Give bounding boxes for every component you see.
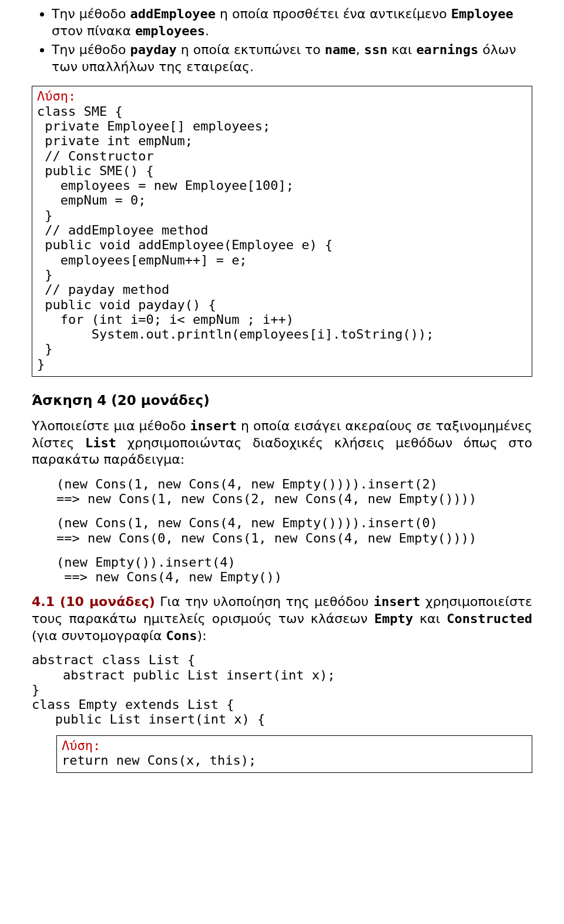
code-token: Cons — [166, 628, 197, 643]
text: Για την υλοποίηση της μεθόδου — [155, 594, 374, 609]
bullet-list: Την μέθοδο addEmployee η οποία προσθέτει… — [32, 6, 532, 75]
code-token: payday — [130, 42, 176, 57]
exercise-4-paragraph-2: 4.1 (10 μονάδες) Για την υλοποίηση της μ… — [32, 594, 532, 644]
solution-label: Λύση: — [37, 89, 76, 103]
text: και — [413, 611, 446, 626]
bullet-item-2: Την μέθοδο payday η οποία εκτυπώνει το n… — [52, 42, 532, 75]
code-token: earnings — [416, 42, 478, 57]
code-token: insert — [190, 419, 236, 433]
text: Την μέθοδο — [52, 6, 130, 21]
code-token: Empty — [374, 611, 413, 626]
text: Την μέθοδο — [52, 42, 130, 57]
code-token: name — [325, 42, 356, 57]
text: . — [205, 24, 209, 38]
exercise-4-heading: Άσκηση 4 (20 μονάδες) — [32, 392, 532, 410]
code-token: Constructed — [446, 611, 532, 626]
code-block: class SME { private Employee[] employees… — [37, 104, 434, 371]
solution-label: Λύση: — [62, 738, 100, 753]
subsection-number: 4.1 (10 μονάδες) — [32, 594, 155, 609]
code-token: employees — [135, 24, 205, 38]
example-block-1: (new Cons(1, new Cons(4, new Empty()))).… — [56, 477, 532, 507]
code-token: ssn — [364, 42, 388, 57]
bullet-item-1: Την μέθοδο addEmployee η οποία προσθέτει… — [52, 6, 532, 39]
text: η οποία προσθέτει ένα αντικείμενο — [216, 6, 451, 21]
text: ): — [197, 628, 207, 643]
text: (για συντομογραφία — [32, 628, 166, 643]
exercise-4-paragraph-1: Υλοποιείστε μια μέθοδο insert η οποία ει… — [32, 418, 532, 468]
example-block-3: (new Empty()).insert(4) ==> new Cons(4, … — [56, 555, 532, 585]
code-token: addEmployee — [130, 6, 216, 21]
code-token: insert — [374, 594, 420, 609]
code-line: return new Cons(x, this); — [62, 753, 256, 768]
example-block-2: (new Cons(1, new Cons(4, new Empty()))).… — [56, 515, 532, 545]
text: , — [356, 42, 364, 57]
text: και — [387, 42, 416, 57]
text: στον πίνακα — [52, 24, 135, 38]
code-block-2: abstract class List { abstract public Li… — [32, 652, 532, 727]
text: Υλοποιείστε μια μέθοδο — [32, 419, 190, 433]
text: η οποία εκτυπώνει το — [177, 42, 325, 57]
code-token: List — [85, 436, 116, 450]
solution-box-2: Λύση: return new Cons(x, this); — [56, 735, 532, 774]
code-token: Employee — [451, 6, 513, 21]
solution-box-1: Λύση: class SME { private Employee[] emp… — [32, 86, 532, 377]
